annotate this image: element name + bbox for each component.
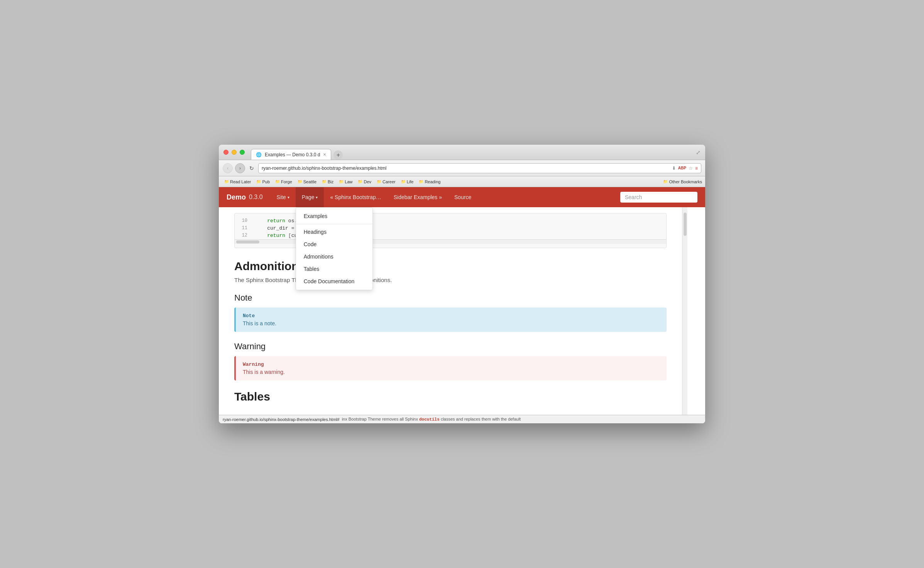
bookmarks-right: 📁 Other Bookmarks xyxy=(663,179,702,184)
bookmark-label: Read Later xyxy=(230,179,251,184)
site-navbar: Demo 0.3.0 Site ▾ Page ▾ Examples Headin… xyxy=(219,187,705,207)
search-input[interactable] xyxy=(620,192,697,203)
nav-brand[interactable]: Demo xyxy=(227,193,246,201)
nav-page[interactable]: Page ▾ xyxy=(296,187,324,207)
traffic-lights xyxy=(223,150,245,155)
tables-title: Tables xyxy=(234,390,667,403)
status-code: docutils xyxy=(419,417,440,422)
note-box-title: Note xyxy=(243,313,660,319)
nav-site-label: Site xyxy=(277,194,286,200)
note-box: Note This is a note. xyxy=(234,308,667,332)
note-box-text: This is a note. xyxy=(243,320,660,326)
bookmark-seattle[interactable]: 📁 Seattle xyxy=(295,179,319,185)
bookmark-dev[interactable]: 📁 Dev xyxy=(355,179,374,185)
line-number: 12 xyxy=(235,232,252,239)
status-text: inx Bootstrap Theme removes all Sphinx d… xyxy=(342,417,521,422)
download-icon: ⬇ xyxy=(672,166,676,171)
line-number: 11 xyxy=(235,225,252,232)
bookmark-life[interactable]: 📁 Life xyxy=(399,179,416,185)
folder-icon: 📁 xyxy=(256,179,261,184)
resize-icon: ⤢ xyxy=(696,149,701,156)
nav-source-label: Source xyxy=(454,194,471,200)
forward-button[interactable]: › xyxy=(235,163,245,173)
bookmarks-bar: 📁 Read Later 📁 Pub 📁 Forge 📁 Seattle 📁 B… xyxy=(219,176,705,187)
scroll-thumb[interactable] xyxy=(236,240,259,243)
chevron-down-icon: ▾ xyxy=(316,195,318,199)
dropdown-code[interactable]: Code xyxy=(296,238,372,250)
folder-icon: 📁 xyxy=(401,179,406,184)
folder-icon: 📁 xyxy=(419,179,423,184)
bookmark-label: Biz xyxy=(328,179,333,184)
new-tab-button[interactable]: + xyxy=(333,150,343,160)
status-url: ryan-roemer.github.io/sphinx-bootstrap-t… xyxy=(223,417,340,422)
title-bar: 🌐 Examples — Demo 0.3.0 d ✕ + ⤢ xyxy=(219,145,705,160)
folder-icon: 📁 xyxy=(358,179,362,184)
tab-label: Examples — Demo 0.3.0 d xyxy=(265,152,320,157)
address-bar[interactable]: ryan-roemer.github.io/sphinx-bootstrap-t… xyxy=(258,163,701,173)
bookmark-label: Career xyxy=(382,179,396,184)
nav-sphinx-bootstrap[interactable]: « Sphinx Bootstrap… xyxy=(324,187,387,207)
bookmark-biz[interactable]: 📁 Biz xyxy=(320,179,336,185)
bookmark-label: Pub xyxy=(262,179,270,184)
nav-sidebar-examples-label: Sidebar Examples » xyxy=(394,194,442,200)
adblock-icon: ABP xyxy=(678,166,686,170)
line-number: 10 xyxy=(235,217,252,225)
warning-box-title: Warning xyxy=(243,362,660,367)
status-bar: ryan-roemer.github.io/sphinx-bootstrap-t… xyxy=(219,415,705,423)
vertical-scrollbar[interactable] xyxy=(682,207,687,415)
bookmark-label: Life xyxy=(407,179,414,184)
address-text: ryan-roemer.github.io/sphinx-bootstrap-t… xyxy=(262,166,670,171)
folder-icon: 📁 xyxy=(298,179,302,184)
dropdown-examples[interactable]: Examples xyxy=(296,210,372,222)
bookmark-label: Dev xyxy=(364,179,371,184)
tab-favicon: 🌐 xyxy=(256,152,262,157)
browser-toolbar: ‹ › ↻ ryan-roemer.github.io/sphinx-boots… xyxy=(219,160,705,176)
folder-icon: 📁 xyxy=(339,179,344,184)
bookmark-label: Law xyxy=(345,179,352,184)
folder-icon: 📁 xyxy=(663,179,668,184)
nav-site[interactable]: Site ▾ xyxy=(271,187,296,207)
bookmark-career[interactable]: 📁 Career xyxy=(374,179,398,185)
dropdown-admonitions[interactable]: Admonitions xyxy=(296,250,372,263)
bookmark-label: Seattle xyxy=(303,179,316,184)
content-wrapper: 10 return os.path.absle__)) 11 cur_dir =… xyxy=(219,207,705,415)
folder-icon: 📁 xyxy=(377,179,381,184)
nav-version: 0.3.0 xyxy=(249,194,263,201)
dropdown-tables[interactable]: Tables xyxy=(296,263,372,275)
main-content: 10 return os.path.absle__)) 11 cur_dir =… xyxy=(219,207,682,415)
back-button[interactable]: ‹ xyxy=(223,163,233,173)
maximize-button[interactable] xyxy=(240,150,245,155)
page-dropdown-menu: Examples Headings Code Admonitions Table… xyxy=(296,207,373,290)
bookmark-reading[interactable]: 📁 Reading xyxy=(416,179,443,185)
dropdown-divider xyxy=(296,224,372,224)
page-content: Demo 0.3.0 Site ▾ Page ▾ Examples Headin… xyxy=(219,187,705,423)
nav-sphinx-bootstrap-label: « Sphinx Bootstrap… xyxy=(330,194,381,200)
bookmark-pub[interactable]: 📁 Pub xyxy=(254,179,272,185)
bookmark-read-later[interactable]: 📁 Read Later xyxy=(222,179,253,185)
dropdown-code-documentation[interactable]: Code Documentation xyxy=(296,275,372,287)
tab-close-icon[interactable]: ✕ xyxy=(323,152,326,157)
close-button[interactable] xyxy=(223,150,228,155)
scroll-thumb-vertical[interactable] xyxy=(684,213,687,236)
bookmark-label: Reading xyxy=(425,179,440,184)
browser-tab[interactable]: 🌐 Examples — Demo 0.3.0 d ✕ xyxy=(251,149,331,160)
bookmark-forge[interactable]: 📁 Forge xyxy=(273,179,294,185)
other-bookmarks-label[interactable]: Other Bookmarks xyxy=(669,179,702,184)
warning-section-title: Warning xyxy=(234,341,667,352)
reload-button[interactable]: ↻ xyxy=(247,164,256,172)
nav-source[interactable]: Source xyxy=(448,187,477,207)
dropdown-headings[interactable]: Headings xyxy=(296,226,372,238)
bookmark-star-icon[interactable]: ☆ xyxy=(689,166,693,171)
address-bar-icons: ⬇ ABP ☆ ≡ xyxy=(672,166,698,171)
browser-window: 🌐 Examples — Demo 0.3.0 d ✕ + ⤢ ‹ › ↻ ry… xyxy=(219,145,705,423)
menu-icon[interactable]: ≡ xyxy=(695,166,698,171)
warning-box-text: This is a warning. xyxy=(243,369,660,375)
warning-box: Warning This is a warning. xyxy=(234,356,667,380)
minimize-button[interactable] xyxy=(232,150,237,155)
bookmark-law[interactable]: 📁 Law xyxy=(337,179,355,185)
nav-sidebar-examples[interactable]: Sidebar Examples » xyxy=(388,187,448,207)
window-resize-control: ⤢ xyxy=(696,149,701,156)
folder-icon: 📁 xyxy=(275,179,280,184)
note-section-title: Note xyxy=(234,293,667,303)
chevron-down-icon: ▾ xyxy=(288,195,289,199)
